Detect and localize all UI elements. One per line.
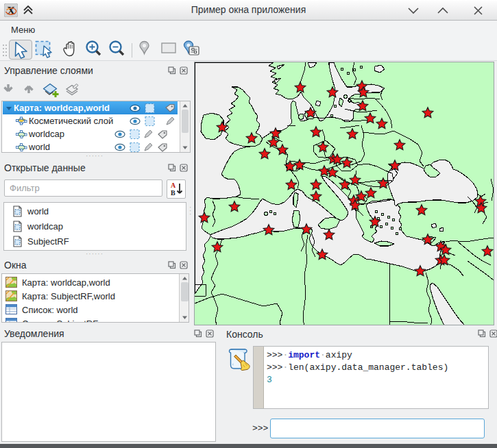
svg-text:A: A bbox=[171, 182, 176, 189]
svg-text:B: B bbox=[171, 189, 175, 197]
